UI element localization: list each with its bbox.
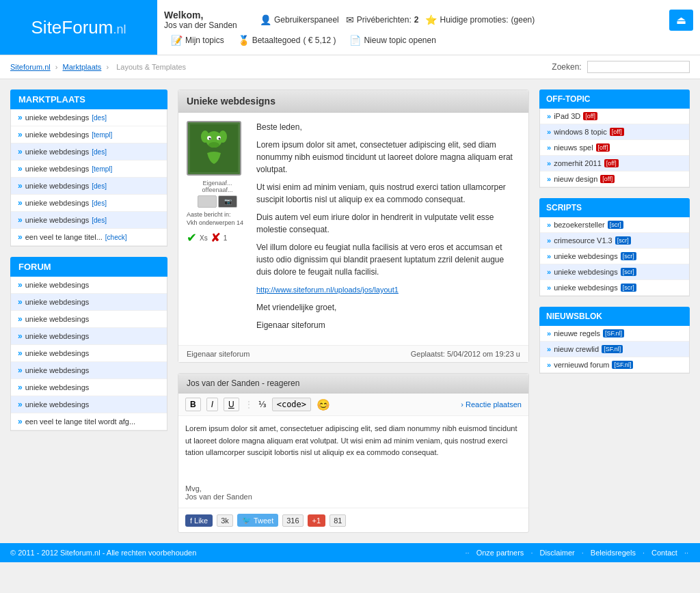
italic-button[interactable]: I [206, 398, 218, 411]
place-reaction-button[interactable]: › Reactie plaatsen [461, 400, 522, 409]
nieuw-topic-label: Nieuw topic openen [364, 36, 435, 45]
footer-disclaimer[interactable]: Disclaimer [539, 549, 574, 557]
list-item[interactable]: »unieke webdesings [11, 362, 167, 379]
bold-button[interactable]: B [185, 398, 201, 411]
list-item[interactable]: »unieke webdesings [11, 328, 167, 345]
signature-name: Jos van der Sanden [185, 493, 522, 501]
nieuw-topic-link[interactable]: 📄 Nieuw topic openen [349, 35, 435, 46]
reply-toolbar: B I U ⋮ ⅓ <code> 😊 › Reactie plaatsen [178, 394, 528, 416]
reply-text-content: Lorem ipsum dolor sit amet, consectetuer… [185, 424, 517, 456]
list-item[interactable]: »vernieuwd forum [SF.nl] [540, 357, 689, 373]
googleplus-button[interactable]: +1 [308, 514, 326, 527]
list-item[interactable]: »windows 8 topic [off] [540, 124, 689, 140]
betaaltegoed-link[interactable]: 🏅 Betaaltegoed ( € 5,12 ) [238, 35, 336, 46]
list-item[interactable]: »unieke webdesings [templ] [11, 126, 167, 143]
list-item[interactable]: »unieke webdesings [11, 294, 167, 311]
footer-dotdot2: ·· [684, 549, 688, 557]
search-input[interactable] [587, 61, 690, 73]
facebook-like-button[interactable]: f Like [185, 514, 213, 527]
code-button[interactable]: <code> [272, 398, 311, 411]
list-item[interactable]: »crimesource V1.3 [scr] [540, 233, 689, 249]
list-item[interactable]: »een veel te lange titel... [check] [11, 229, 167, 246]
breadcrumb-section[interactable]: Marktplaats [63, 63, 102, 71]
list-item[interactable]: »unieke webdesings [11, 396, 167, 413]
fraction-button[interactable]: ⅓ [258, 400, 267, 409]
svg-point-7 [219, 138, 221, 140]
logout-button[interactable]: ⏏ [669, 10, 693, 31]
huidige-promoties-link[interactable]: ⭐ Huidige promoties: (geen) [425, 10, 535, 31]
mijn-topics-link[interactable]: 📝 Mijn topics [171, 35, 224, 46]
svg-point-6 [209, 138, 211, 140]
topics-icon: 📝 [171, 35, 183, 46]
list-item[interactable]: »unieke webdesings [scr] [540, 249, 689, 264]
emoji-button[interactable]: 😊 [317, 398, 330, 411]
reply-box: Jos van der Sanden - reageren B I U ⋮ ⅓ … [178, 373, 529, 533]
gebruikerspaneel-link[interactable]: 👤 Gebruikerspaneel [260, 10, 339, 31]
list-item[interactable]: »unieke webdesings [11, 277, 167, 294]
breadcrumb-sep2: › [106, 63, 109, 71]
list-item[interactable]: »iPad 3D [off] [540, 109, 689, 124]
post-author-footer: Eigenaar siteforum [187, 350, 250, 358]
mail-icon: ✉ [346, 14, 354, 25]
list-item[interactable]: »unieke webdesings [scr] [540, 264, 689, 280]
breadcrumb-bar: Siteforum.nl › Marktplaats › Layouts & T… [0, 55, 700, 79]
list-item[interactable]: »unieke webdesings [des] [11, 143, 167, 161]
svg-point-8 [208, 142, 219, 148]
list-item[interactable]: »nieuwe regels [SF.nl] [540, 326, 689, 342]
post-greeting: Met vriendelijke groet, [256, 301, 520, 314]
new-topic-icon: 📄 [349, 35, 361, 46]
scripts-section: SCRIPTS »bezoekersteller [scr] »crimesou… [539, 198, 690, 296]
list-item[interactable]: »nieuw crewlid [SF.nl] [540, 342, 689, 357]
sidebar-right: OFF-TOPIC »iPad 3D [off] »windows 8 topi… [539, 89, 690, 533]
breadcrumb-home[interactable]: Siteforum.nl [10, 63, 51, 71]
post-content: Beste leden, Lorem ipsum dolor sit amet,… [256, 121, 520, 337]
post-para2: Ut wisi enim ad minim veniam, quis nostr… [256, 181, 520, 206]
post-link[interactable]: http://www.siteforum.nl/uploads/jos/layo… [256, 286, 399, 294]
sidebar-left: MARKTPLAATS »unieke webdesings [des] »un… [10, 89, 167, 533]
logo[interactable]: SiteForum.nl [31, 17, 126, 38]
list-item[interactable]: »unieke webdesings [des] [11, 178, 167, 195]
breadcrumb: Siteforum.nl › Marktplaats › Layouts & T… [10, 63, 189, 71]
footer-partners[interactable]: Onze partners [476, 549, 524, 557]
betaaltegoed-label: Betaaltegoed [252, 36, 301, 45]
gebruikerspaneel-label: Gebruikerspaneel [274, 15, 339, 25]
twitter-tweet-button[interactable]: 🐦 Tweet [237, 514, 278, 527]
list-item[interactable]: »unieke webdesings [des] [11, 109, 167, 126]
underline-button[interactable]: U [224, 398, 239, 411]
forum-list: »unieke webdesings »unieke webdesings »u… [10, 277, 167, 431]
list-item[interactable]: »unieke webdesings [des] [11, 195, 167, 212]
avatar [187, 121, 241, 176]
footer-beleidsregels[interactable]: Beleidsregels [591, 549, 636, 557]
approve-button[interactable]: ✔ [187, 230, 197, 245]
list-item[interactable]: »unieke webdesings [11, 311, 167, 328]
money-icon: 🏅 [238, 35, 250, 46]
scripts-title: SCRIPTS [539, 198, 690, 217]
nieuws-list: »nieuwe regels [SF.nl] »nieuw crewlid [S… [539, 326, 690, 374]
list-item[interactable]: »zomerhit 2011 [off] [540, 156, 689, 171]
list-item[interactable]: »unieke webdesings [11, 345, 167, 362]
list-item[interactable]: »bezoekersteller [scr] [540, 217, 689, 233]
gp-count: 81 [329, 514, 346, 527]
prive-berichten-link[interactable]: ✉ Privéberichten: 2 [346, 10, 419, 31]
search-area: Zoeken: [552, 61, 690, 73]
list-item[interactable]: »nieuw design [off] [540, 171, 689, 187]
post-salutation: Beste leden, [256, 121, 520, 133]
fb-icon: f [190, 516, 192, 525]
list-item[interactable]: »unieke webdesings [templ] [11, 161, 167, 178]
reply-text-area: Lorem ipsum dolor sit amet, consectetuer… [178, 416, 528, 484]
list-item[interactable]: »unieke webdesings [des] [11, 212, 167, 229]
list-item[interactable]: »een veel te lange titel wordt afg... [11, 413, 167, 430]
list-item[interactable]: »nieuws spel [off] [540, 140, 689, 156]
post-author: Eigenaar siteforum [256, 319, 520, 331]
list-item[interactable]: »unieke webdesings [scr] [540, 280, 689, 296]
toolbar-separator: ⋮ [245, 400, 253, 409]
footer-links: ·· Onze partners · Disclaimer · Beleidsr… [464, 549, 690, 557]
fb-count: 3k [217, 514, 233, 527]
mijn-topics-label: Mijn topics [185, 36, 224, 45]
welcome-block: Welkom, Jos van der Sanden [164, 10, 246, 30]
promoties-value: (geen) [511, 15, 535, 25]
reject-button[interactable]: ✘ [211, 230, 221, 245]
footer-contact[interactable]: Contact [651, 549, 677, 557]
star-icon: ⭐ [425, 14, 437, 25]
list-item[interactable]: »unieke webdesings [11, 379, 167, 396]
